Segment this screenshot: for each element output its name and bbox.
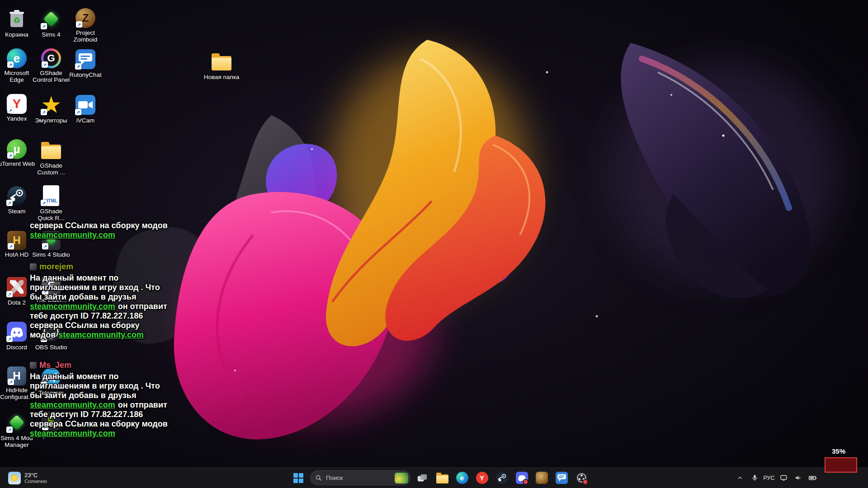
shortcut-arrow-icon: [41, 200, 47, 206]
yandex-icon: Y: [7, 94, 27, 114]
chat-text: тебе доступ ID 77.82.227.186: [30, 410, 143, 419]
chat-username: morejem: [39, 262, 73, 272]
discord-taskbar-button[interactable]: [513, 469, 531, 487]
icon-label: OBS Studio: [35, 344, 67, 351]
sims4-plumbob-icon: [40, 8, 62, 30]
edge-icon: e: [456, 472, 468, 484]
start-button[interactable]: [289, 469, 307, 487]
microphone-tray-button[interactable]: [748, 469, 761, 487]
shortcut-arrow-icon: [6, 336, 13, 342]
game-taskbar-button[interactable]: [533, 469, 551, 487]
battery-tray-button[interactable]: [806, 469, 819, 487]
desktop-icon-gshade-quick[interactable]: HTML GShade Quick R...: [32, 185, 71, 221]
edge-icon: e: [7, 48, 27, 68]
chat-link[interactable]: steamcommunity.com: [30, 230, 115, 240]
chat-link[interactable]: steamcommunity.com: [30, 429, 115, 438]
taskbar-search[interactable]: [310, 470, 410, 485]
desktop-icon-rutonychat[interactable]: RutonyChat: [66, 48, 105, 78]
icon-label: Sims 4 Studio: [32, 251, 70, 258]
desktop-icon-recycle-bin[interactable]: ♻ Корзина: [0, 8, 36, 38]
utorrent-icon: µ: [7, 139, 27, 159]
steam-taskbar-button[interactable]: [493, 469, 511, 487]
steam-icon: [496, 472, 508, 484]
chat-text: сервера ССылка на сборку модов: [30, 419, 168, 429]
shortcut-arrow-icon: [7, 107, 14, 113]
desktop-icon-gshade-custom[interactable]: GShade Custom ...: [32, 139, 71, 176]
chat-text: сервера ССылка на сборку модов: [30, 221, 168, 230]
shortcut-arrow-icon: [42, 243, 48, 249]
chat-text: тебе доступ ID 77.82.227.186: [30, 311, 143, 321]
weather-temperature: 23°C: [24, 472, 47, 479]
notification-dot: [523, 479, 528, 485]
file-explorer-button[interactable]: [433, 469, 451, 487]
task-view-button[interactable]: [413, 469, 431, 487]
chat-platform-badge-icon: [30, 362, 37, 369]
desktop-icon-project-zomboid[interactable]: Z Project Zomboid: [66, 8, 105, 43]
icon-label: GShade Control Panel: [32, 70, 71, 83]
project-zomboid-icon: Z: [75, 8, 95, 28]
chat-message-morejem: morejem На данный момент по приглашениям…: [30, 262, 167, 340]
desktop-icon-emulators[interactable]: ★ Эмуляторы: [32, 94, 71, 124]
chat-text: модов: [30, 330, 56, 340]
desktop-icon-gshade-control-panel[interactable]: G GShade Control Panel: [32, 48, 71, 83]
hidden-icons-button[interactable]: [733, 469, 747, 487]
chevron-up-icon: [736, 474, 744, 482]
chat-text: сервера ССылка на сборку: [30, 321, 139, 330]
search-icon: [315, 474, 322, 482]
desktop-icon-microsoft-edge[interactable]: e Microsoft Edge: [0, 48, 36, 83]
rutonychat-icon: [75, 48, 96, 70]
icon-label: HotA HD: [5, 251, 29, 258]
volume-tray-button[interactable]: [791, 469, 805, 487]
hidhide-icon: H: [7, 366, 26, 385]
shortcut-arrow-icon: [6, 427, 13, 433]
obs-taskbar-button[interactable]: [572, 469, 590, 487]
icon-label: Эмуляторы: [35, 117, 67, 124]
desktop-icon-steam[interactable]: Steam: [0, 185, 36, 215]
camera-icon: [75, 94, 96, 116]
sims4-mod-manager-icon: [6, 412, 28, 433]
chat-text: На данный момент по: [30, 372, 118, 381]
yandex-taskbar-button[interactable]: Y: [473, 469, 491, 487]
monitor-tray-button[interactable]: [777, 469, 790, 487]
shortcut-arrow-icon: [8, 379, 14, 385]
desktop-icon-sims4[interactable]: Sims 4: [32, 8, 71, 38]
icon-label: Корзина: [5, 31, 28, 38]
search-highlight-image[interactable]: [395, 473, 408, 483]
chat-message-msjem: Ms_Jem На данный момент по приглашениям …: [30, 361, 168, 438]
desktop-icon-yandex[interactable]: Y Yandex: [0, 94, 36, 122]
desktop-icon-utorrent-web[interactable]: µ uTorrent Web: [0, 139, 36, 167]
chat-text: приглашениям в игру вход . Что: [30, 283, 160, 292]
chat-link[interactable]: steamcommunity.com: [58, 330, 144, 340]
rutonychat-taskbar-button[interactable]: [552, 469, 571, 487]
chat-text: он отправит: [118, 302, 167, 311]
shortcut-arrow-icon: [75, 63, 81, 70]
desktop-icon-new-folder[interactable]: Новая папка: [202, 51, 241, 80]
steam-icon: [6, 185, 28, 206]
search-input[interactable]: [325, 474, 386, 482]
task-view-icon: [417, 473, 428, 483]
icon-label: GShade Quick R...: [32, 208, 71, 221]
icon-label: RutonyChat: [69, 71, 101, 78]
icon-label: Microsoft Edge: [0, 70, 36, 83]
weather-widget[interactable]: 23°C Солнечно: [4, 468, 52, 488]
edge-taskbar-button[interactable]: e: [453, 469, 471, 487]
chat-link[interactable]: steamcommunity.com: [30, 400, 115, 410]
chat-link[interactable]: steamcommunity.com: [30, 302, 115, 311]
shortcut-arrow-icon: [6, 291, 13, 297]
shortcut-arrow-icon: [42, 61, 48, 68]
language-indicator[interactable]: РУС: [762, 469, 776, 487]
chat-text: бы зайти добавь в друзья: [30, 292, 136, 302]
file-explorer-icon: [436, 474, 448, 483]
icon-label: Sims 4: [42, 31, 60, 38]
icon-label: uTorrent Web: [0, 160, 35, 167]
battery-icon: [808, 474, 817, 482]
desktop-icon-ivcam[interactable]: iVCam: [66, 94, 105, 124]
capture-region-box: [825, 457, 857, 473]
shortcut-arrow-icon: [75, 109, 81, 115]
yandex-icon: Y: [476, 472, 488, 484]
chat-text: бы зайти добавь в друзья: [30, 391, 136, 400]
icon-label: iVCam: [76, 117, 95, 124]
notification-dot: [582, 479, 588, 485]
shortcut-arrow-icon: [41, 109, 47, 115]
chat-platform-badge-icon: [30, 263, 37, 270]
